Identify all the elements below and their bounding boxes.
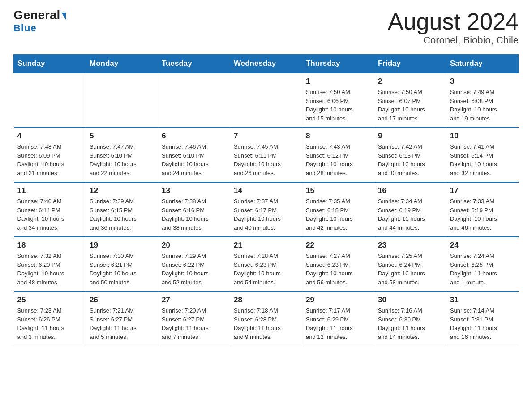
day-number: 14 bbox=[234, 186, 298, 195]
day-number: 27 bbox=[162, 295, 226, 304]
day-number: 31 bbox=[450, 295, 515, 304]
day-number: 5 bbox=[90, 132, 154, 141]
day-info: Sunrise: 7:14 AMSunset: 6:31 PMDaylight:… bbox=[450, 306, 515, 341]
day-number: 16 bbox=[378, 186, 442, 195]
day-number: 4 bbox=[17, 132, 82, 141]
calendar-cell: 21Sunrise: 7:28 AMSunset: 6:23 PMDayligh… bbox=[230, 237, 302, 291]
day-number: 20 bbox=[162, 241, 226, 250]
calendar-header-row: SundayMondayTuesdayWednesdayThursdayFrid… bbox=[14, 55, 519, 73]
calendar-cell bbox=[14, 73, 86, 128]
calendar-cell: 1Sunrise: 7:50 AMSunset: 6:06 PMDaylight… bbox=[302, 73, 374, 128]
calendar-cell: 20Sunrise: 7:29 AMSunset: 6:22 PMDayligh… bbox=[158, 237, 230, 291]
day-info: Sunrise: 7:24 AMSunset: 6:25 PMDaylight:… bbox=[450, 252, 515, 287]
day-info: Sunrise: 7:40 AMSunset: 6:14 PMDaylight:… bbox=[17, 197, 82, 232]
calendar-cell: 5Sunrise: 7:47 AMSunset: 6:10 PMDaylight… bbox=[86, 128, 158, 182]
calendar-cell: 14Sunrise: 7:37 AMSunset: 6:17 PMDayligh… bbox=[230, 182, 302, 237]
calendar-cell: 29Sunrise: 7:17 AMSunset: 6:29 PMDayligh… bbox=[302, 291, 374, 346]
column-header-sunday: Sunday bbox=[14, 55, 86, 73]
day-info: Sunrise: 7:17 AMSunset: 6:29 PMDaylight:… bbox=[306, 306, 370, 341]
calendar-cell: 27Sunrise: 7:20 AMSunset: 6:27 PMDayligh… bbox=[158, 291, 230, 346]
column-header-monday: Monday bbox=[86, 55, 158, 73]
calendar-cell: 31Sunrise: 7:14 AMSunset: 6:31 PMDayligh… bbox=[446, 291, 518, 346]
day-info: Sunrise: 7:41 AMSunset: 6:14 PMDaylight:… bbox=[450, 142, 515, 177]
day-number: 1 bbox=[306, 77, 370, 86]
column-header-friday: Friday bbox=[374, 55, 446, 73]
day-info: Sunrise: 7:25 AMSunset: 6:24 PMDaylight:… bbox=[378, 252, 442, 287]
calendar-cell: 24Sunrise: 7:24 AMSunset: 6:25 PMDayligh… bbox=[446, 237, 518, 291]
calendar-cell: 8Sunrise: 7:43 AMSunset: 6:12 PMDaylight… bbox=[302, 128, 374, 182]
calendar-cell: 6Sunrise: 7:46 AMSunset: 6:10 PMDaylight… bbox=[158, 128, 230, 182]
day-number: 12 bbox=[90, 186, 154, 195]
day-number: 6 bbox=[162, 132, 226, 141]
day-number: 7 bbox=[234, 132, 298, 141]
day-number: 11 bbox=[17, 186, 82, 195]
calendar-cell: 17Sunrise: 7:33 AMSunset: 6:19 PMDayligh… bbox=[446, 182, 518, 237]
day-number: 18 bbox=[17, 241, 82, 250]
calendar-cell: 4Sunrise: 7:48 AMSunset: 6:09 PMDaylight… bbox=[14, 128, 86, 182]
day-info: Sunrise: 7:18 AMSunset: 6:28 PMDaylight:… bbox=[234, 306, 298, 341]
column-header-thursday: Thursday bbox=[302, 55, 374, 73]
calendar-cell: 28Sunrise: 7:18 AMSunset: 6:28 PMDayligh… bbox=[230, 291, 302, 346]
column-header-wednesday: Wednesday bbox=[230, 55, 302, 73]
day-number: 28 bbox=[234, 295, 298, 304]
calendar-cell: 10Sunrise: 7:41 AMSunset: 6:14 PMDayligh… bbox=[446, 128, 518, 182]
day-info: Sunrise: 7:33 AMSunset: 6:19 PMDaylight:… bbox=[450, 197, 515, 232]
column-header-saturday: Saturday bbox=[446, 55, 518, 73]
title-block: August 2024 Coronel, Biobio, Chile bbox=[388, 9, 519, 46]
day-info: Sunrise: 7:21 AMSunset: 6:27 PMDaylight:… bbox=[90, 306, 154, 341]
calendar-cell: 19Sunrise: 7:30 AMSunset: 6:21 PMDayligh… bbox=[86, 237, 158, 291]
logo-general: General bbox=[13, 9, 66, 21]
day-info: Sunrise: 7:35 AMSunset: 6:18 PMDaylight:… bbox=[306, 197, 370, 232]
calendar-week-1: 1Sunrise: 7:50 AMSunset: 6:06 PMDaylight… bbox=[14, 73, 519, 128]
day-number: 8 bbox=[306, 132, 370, 141]
calendar-cell: 22Sunrise: 7:27 AMSunset: 6:23 PMDayligh… bbox=[302, 237, 374, 291]
day-number: 13 bbox=[162, 186, 226, 195]
day-number: 21 bbox=[234, 241, 298, 250]
day-number: 29 bbox=[306, 295, 370, 304]
day-number: 3 bbox=[450, 77, 515, 86]
calendar-cell: 26Sunrise: 7:21 AMSunset: 6:27 PMDayligh… bbox=[86, 291, 158, 346]
logo-blue: Blue bbox=[13, 22, 37, 34]
calendar-week-5: 25Sunrise: 7:23 AMSunset: 6:26 PMDayligh… bbox=[14, 291, 519, 346]
day-info: Sunrise: 7:43 AMSunset: 6:12 PMDaylight:… bbox=[306, 142, 370, 177]
day-info: Sunrise: 7:23 AMSunset: 6:26 PMDaylight:… bbox=[17, 306, 82, 341]
calendar-table: SundayMondayTuesdayWednesdayThursdayFrid… bbox=[13, 54, 519, 346]
calendar-cell bbox=[230, 73, 302, 128]
day-info: Sunrise: 7:50 AMSunset: 6:07 PMDaylight:… bbox=[378, 88, 442, 123]
calendar-subtitle: Coronel, Biobio, Chile bbox=[388, 34, 519, 46]
calendar-cell: 25Sunrise: 7:23 AMSunset: 6:26 PMDayligh… bbox=[14, 291, 86, 346]
day-info: Sunrise: 7:39 AMSunset: 6:15 PMDaylight:… bbox=[90, 197, 154, 232]
day-number: 10 bbox=[450, 132, 515, 141]
day-info: Sunrise: 7:20 AMSunset: 6:27 PMDaylight:… bbox=[162, 306, 226, 341]
calendar-cell: 12Sunrise: 7:39 AMSunset: 6:15 PMDayligh… bbox=[86, 182, 158, 237]
day-number: 19 bbox=[90, 241, 154, 250]
calendar-cell: 15Sunrise: 7:35 AMSunset: 6:18 PMDayligh… bbox=[302, 182, 374, 237]
day-info: Sunrise: 7:28 AMSunset: 6:23 PMDaylight:… bbox=[234, 252, 298, 287]
column-header-tuesday: Tuesday bbox=[158, 55, 230, 73]
day-number: 25 bbox=[17, 295, 82, 304]
day-number: 9 bbox=[378, 132, 442, 141]
day-info: Sunrise: 7:46 AMSunset: 6:10 PMDaylight:… bbox=[162, 142, 226, 177]
calendar-cell bbox=[86, 73, 158, 128]
day-info: Sunrise: 7:37 AMSunset: 6:17 PMDaylight:… bbox=[234, 197, 298, 232]
day-info: Sunrise: 7:50 AMSunset: 6:06 PMDaylight:… bbox=[306, 88, 370, 123]
day-info: Sunrise: 7:45 AMSunset: 6:11 PMDaylight:… bbox=[234, 142, 298, 177]
day-number: 17 bbox=[450, 186, 515, 195]
day-info: Sunrise: 7:16 AMSunset: 6:30 PMDaylight:… bbox=[378, 306, 442, 341]
day-info: Sunrise: 7:30 AMSunset: 6:21 PMDaylight:… bbox=[90, 252, 154, 287]
day-number: 22 bbox=[306, 241, 370, 250]
calendar-week-3: 11Sunrise: 7:40 AMSunset: 6:14 PMDayligh… bbox=[14, 182, 519, 237]
day-number: 24 bbox=[450, 241, 515, 250]
day-info: Sunrise: 7:29 AMSunset: 6:22 PMDaylight:… bbox=[162, 252, 226, 287]
day-info: Sunrise: 7:47 AMSunset: 6:10 PMDaylight:… bbox=[90, 142, 154, 177]
calendar-cell: 30Sunrise: 7:16 AMSunset: 6:30 PMDayligh… bbox=[374, 291, 446, 346]
day-info: Sunrise: 7:48 AMSunset: 6:09 PMDaylight:… bbox=[17, 142, 82, 177]
calendar-cell: 9Sunrise: 7:42 AMSunset: 6:13 PMDaylight… bbox=[374, 128, 446, 182]
calendar-title: August 2024 bbox=[388, 9, 519, 34]
calendar-week-4: 18Sunrise: 7:32 AMSunset: 6:20 PMDayligh… bbox=[14, 237, 519, 291]
day-number: 2 bbox=[378, 77, 442, 86]
page-header: General Blue August 2024 Coronel, Biobio… bbox=[13, 9, 519, 46]
day-number: 30 bbox=[378, 295, 442, 304]
day-info: Sunrise: 7:34 AMSunset: 6:19 PMDaylight:… bbox=[378, 197, 442, 232]
calendar-cell: 18Sunrise: 7:32 AMSunset: 6:20 PMDayligh… bbox=[14, 237, 86, 291]
